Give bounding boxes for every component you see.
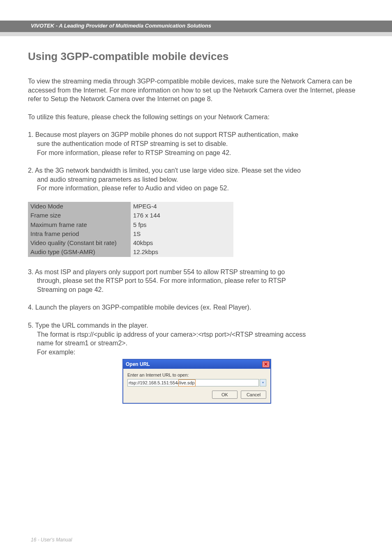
url-input[interactable]: rtsp://192.168.5.151:554/live.sdp [127, 379, 259, 386]
list-item-5-line4: For example: [28, 348, 365, 357]
list-item-2-line3: For more information, please refer to Au… [28, 184, 365, 193]
dialog-field-label: Enter an Internet URL to open: [127, 372, 266, 378]
intro-paragraph-2: To utilize this feature, please check th… [28, 113, 365, 122]
table-row: Audio type (GSM-AMR) 12.2kbps [28, 247, 233, 257]
setting-label: Intra frame period [28, 229, 131, 238]
header-brand-text: VIVOTEK - A Leading Provider of Multimed… [31, 23, 211, 29]
setting-value: 5 fps [131, 220, 233, 229]
list-item-5-line2: The format is rtsp://<public ip address … [28, 330, 365, 339]
table-row: Frame size 176 x 144 [28, 211, 233, 220]
table-row: Video Mode MPEG-4 [28, 202, 233, 211]
ok-button[interactable]: OK [212, 391, 238, 399]
setting-value: 176 x 144 [131, 211, 233, 220]
page-content: Using 3GPP-compatible mobile devices To … [28, 49, 365, 404]
table-row: Intra frame period 1S [28, 229, 233, 238]
setting-value: 1S [131, 229, 233, 238]
list-item-1-line1: 1. Because most players on 3GPP mobile p… [28, 130, 365, 139]
chevron-down-icon: ▾ [262, 381, 264, 385]
list-item-1: 1. Because most players on 3GPP mobile p… [28, 130, 365, 157]
close-icon[interactable]: ✕ [262, 361, 270, 368]
list-item-2-line1: 2. As the 3G network bandwidth is limite… [28, 166, 365, 175]
table-row: Video quality (Constant bit rate) 40kbps [28, 238, 233, 247]
list-item-3: 3. As most ISP and players only support … [28, 268, 365, 294]
dialog-button-row: OK Cancel [127, 391, 266, 399]
list-item-4-line1: 4. Launch the players on 3GPP-compatible… [28, 303, 365, 312]
url-input-highlight: live.sdp [178, 379, 195, 386]
list-item-4: 4. Launch the players on 3GPP-compatible… [28, 303, 365, 312]
setting-label: Maximum frame rate [28, 220, 131, 229]
list-item-5-line3: name for stream1 or stream2>. [28, 339, 365, 348]
url-input-prefix: rtsp://192.168.5.151:554/ [129, 380, 179, 386]
dropdown-button[interactable]: ▾ [260, 379, 266, 386]
dialog-title-text: Open URL [126, 361, 150, 368]
setting-value: MPEG-4 [131, 202, 233, 211]
list-item-3-line1: 3. As most ISP and players only support … [28, 268, 365, 277]
list-item-2: 2. As the 3G network bandwidth is limite… [28, 166, 365, 193]
list-item-5-line1: 5. Type the URL commands in the player. [28, 321, 365, 330]
setting-value: 40kbps [131, 238, 233, 247]
intro-paragraph-1: To view the streaming media through 3GPP… [28, 77, 365, 104]
list-item-1-line3: For more information, please refer to RT… [28, 148, 365, 157]
page-title: Using 3GPP-compatible mobile devices [28, 49, 365, 64]
setting-value: 12.2kbps [131, 247, 233, 257]
setting-label: Video Mode [28, 202, 131, 211]
example-dialog-wrap: Open URL ✕ Enter an Internet URL to open… [122, 359, 365, 404]
list-item-3-line3: Streaming on page 42. [28, 285, 365, 294]
list-item-2-line2: and audio streaming parameters as listed… [28, 175, 365, 184]
table-row: Maximum frame rate 5 fps [28, 220, 233, 229]
setting-label: Video quality (Constant bit rate) [28, 238, 131, 247]
settings-table: Video Mode MPEG-4 Frame size 176 x 144 M… [28, 202, 233, 257]
open-url-dialog: Open URL ✕ Enter an Internet URL to open… [122, 359, 271, 404]
page-footer: 16 - User's Manual [31, 537, 72, 543]
dialog-titlebar: Open URL ✕ [123, 360, 270, 369]
setting-label: Audio type (GSM-AMR) [28, 247, 131, 257]
setting-label: Frame size [28, 211, 131, 220]
url-input-row: rtsp://192.168.5.151:554/live.sdp ▾ [127, 379, 266, 386]
list-item-3-line2: through, please set the RTSP port to 554… [28, 276, 365, 285]
list-item-1-line2: sure the authentication mode of RTSP str… [28, 139, 365, 148]
list-item-5: 5. Type the URL commands in the player. … [28, 321, 365, 356]
dialog-body: Enter an Internet URL to open: rtsp://19… [123, 369, 270, 403]
cancel-button[interactable]: Cancel [241, 391, 266, 399]
header-band-accent [0, 32, 392, 36]
